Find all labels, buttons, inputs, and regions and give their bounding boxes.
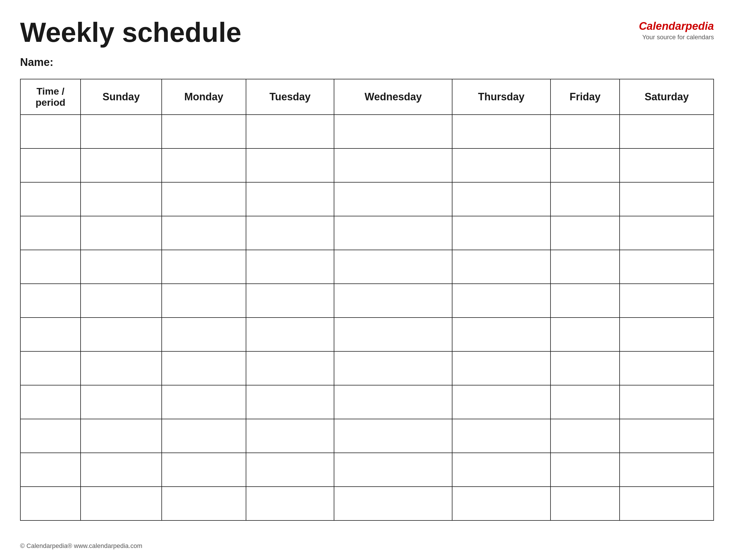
table-cell[interactable] <box>162 318 246 351</box>
col-header-time: Time / period <box>20 79 81 115</box>
table-row <box>20 115 714 148</box>
table-cell[interactable] <box>20 453 81 487</box>
col-header-thursday: Thursday <box>452 79 550 115</box>
table-cell[interactable] <box>246 385 334 419</box>
table-cell[interactable] <box>246 453 334 487</box>
table-cell[interactable] <box>551 453 620 487</box>
table-cell[interactable] <box>246 115 334 148</box>
table-cell[interactable] <box>20 216 81 250</box>
table-cell[interactable] <box>620 284 714 318</box>
table-cell[interactable] <box>81 284 162 318</box>
table-cell[interactable] <box>620 216 714 250</box>
table-cell[interactable] <box>81 351 162 385</box>
table-cell[interactable] <box>81 216 162 250</box>
table-cell[interactable] <box>162 487 246 520</box>
table-cell[interactable] <box>452 182 550 216</box>
table-cell[interactable] <box>81 318 162 351</box>
table-cell[interactable] <box>551 284 620 318</box>
table-cell[interactable] <box>620 115 714 148</box>
table-cell[interactable] <box>551 148 620 182</box>
table-cell[interactable] <box>246 318 334 351</box>
table-cell[interactable] <box>620 419 714 453</box>
brand-logo: Calendarpedia Your source for calendars <box>639 17 714 41</box>
table-cell[interactable] <box>81 148 162 182</box>
table-cell[interactable] <box>162 148 246 182</box>
table-cell[interactable] <box>246 284 334 318</box>
table-cell[interactable] <box>551 318 620 351</box>
table-cell[interactable] <box>452 351 550 385</box>
table-cell[interactable] <box>246 250 334 284</box>
table-cell[interactable] <box>620 318 714 351</box>
table-cell[interactable] <box>334 250 452 284</box>
table-cell[interactable] <box>162 250 246 284</box>
table-cell[interactable] <box>81 453 162 487</box>
table-cell[interactable] <box>334 216 452 250</box>
table-cell[interactable] <box>334 318 452 351</box>
table-cell[interactable] <box>334 487 452 520</box>
table-cell[interactable] <box>334 419 452 453</box>
table-cell[interactable] <box>246 419 334 453</box>
table-cell[interactable] <box>452 453 550 487</box>
table-cell[interactable] <box>452 216 550 250</box>
table-cell[interactable] <box>81 487 162 520</box>
table-cell[interactable] <box>162 284 246 318</box>
table-cell[interactable] <box>452 385 550 419</box>
table-cell[interactable] <box>162 182 246 216</box>
table-cell[interactable] <box>246 487 334 520</box>
table-cell[interactable] <box>20 250 81 284</box>
table-cell[interactable] <box>334 182 452 216</box>
table-cell[interactable] <box>20 284 81 318</box>
table-cell[interactable] <box>620 385 714 419</box>
table-cell[interactable] <box>334 453 452 487</box>
table-cell[interactable] <box>20 148 81 182</box>
table-cell[interactable] <box>162 115 246 148</box>
table-cell[interactable] <box>452 487 550 520</box>
table-cell[interactable] <box>162 351 246 385</box>
table-cell[interactable] <box>452 318 550 351</box>
table-cell[interactable] <box>81 115 162 148</box>
table-cell[interactable] <box>551 250 620 284</box>
table-cell[interactable] <box>81 419 162 453</box>
table-cell[interactable] <box>20 419 81 453</box>
table-cell[interactable] <box>551 385 620 419</box>
table-cell[interactable] <box>162 419 246 453</box>
table-cell[interactable] <box>452 419 550 453</box>
table-cell[interactable] <box>334 385 452 419</box>
table-cell[interactable] <box>551 115 620 148</box>
table-cell[interactable] <box>620 487 714 520</box>
table-cell[interactable] <box>162 216 246 250</box>
table-cell[interactable] <box>551 487 620 520</box>
table-cell[interactable] <box>452 115 550 148</box>
table-cell[interactable] <box>620 351 714 385</box>
table-cell[interactable] <box>551 216 620 250</box>
table-cell[interactable] <box>452 250 550 284</box>
table-cell[interactable] <box>246 148 334 182</box>
table-cell[interactable] <box>246 182 334 216</box>
table-cell[interactable] <box>246 351 334 385</box>
table-cell[interactable] <box>551 182 620 216</box>
table-cell[interactable] <box>334 351 452 385</box>
table-cell[interactable] <box>551 419 620 453</box>
table-cell[interactable] <box>20 385 81 419</box>
table-cell[interactable] <box>246 216 334 250</box>
table-cell[interactable] <box>452 284 550 318</box>
table-cell[interactable] <box>20 115 81 148</box>
table-cell[interactable] <box>162 453 246 487</box>
table-cell[interactable] <box>620 453 714 487</box>
table-cell[interactable] <box>81 182 162 216</box>
table-cell[interactable] <box>452 148 550 182</box>
table-cell[interactable] <box>334 148 452 182</box>
table-cell[interactable] <box>551 351 620 385</box>
table-cell[interactable] <box>20 351 81 385</box>
table-cell[interactable] <box>334 115 452 148</box>
table-cell[interactable] <box>20 182 81 216</box>
table-cell[interactable] <box>334 284 452 318</box>
table-cell[interactable] <box>20 318 81 351</box>
table-cell[interactable] <box>81 250 162 284</box>
table-cell[interactable] <box>620 250 714 284</box>
table-cell[interactable] <box>620 182 714 216</box>
table-cell[interactable] <box>620 148 714 182</box>
table-cell[interactable] <box>20 487 81 520</box>
table-cell[interactable] <box>162 385 246 419</box>
table-cell[interactable] <box>81 385 162 419</box>
